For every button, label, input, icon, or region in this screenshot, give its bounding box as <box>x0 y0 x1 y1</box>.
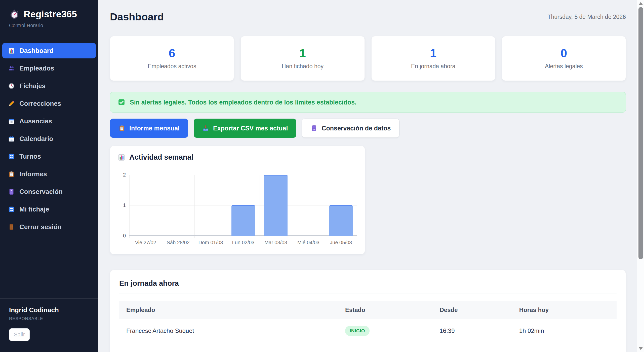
vertical-scrollbar[interactable] <box>637 0 644 352</box>
sidebar-item-label: Cerrar sesión <box>19 223 62 231</box>
stat-value: 1 <box>430 47 436 59</box>
bar-chart: 2 1 0 <box>118 175 357 236</box>
stat-label: Alertas legales <box>545 63 583 70</box>
x-tick: Jue 05/03 <box>325 240 357 245</box>
return-arrow-icon <box>8 206 15 213</box>
sidebar-item-fichajes[interactable]: Fichajes <box>2 78 96 94</box>
gridline <box>292 175 292 238</box>
sidebar-item-conservacion[interactable]: Conservación <box>2 184 96 199</box>
stat-label: Han fichado hoy <box>282 63 324 70</box>
gridline <box>227 175 227 238</box>
sidebar-item-label: Mi fichaje <box>19 205 49 213</box>
stat-value: 0 <box>560 47 567 59</box>
stat-card-han-fichado-hoy: 1 Han fichado hoy <box>240 36 365 81</box>
x-tick: Lun 02/03 <box>227 240 259 245</box>
check-icon <box>118 98 125 106</box>
calendar-icon <box>8 118 15 125</box>
cabinet-icon <box>8 188 15 195</box>
data-retention-button[interactable]: Conservación de datos <box>302 119 399 138</box>
stat-card-empleados-activos: 6 Empleados activos <box>110 36 234 81</box>
export-csv-button[interactable]: Exportar CSV mes actual <box>194 119 296 138</box>
y-tick: 2 <box>123 172 126 178</box>
sidebar-user-panel: Ingrid Codinach RESPONSABLE Salir <box>0 298 98 352</box>
sidebar-item-label: Dashboard <box>19 47 54 55</box>
cell-desde: 16:39 <box>433 319 512 343</box>
scroll-down-arrow-icon[interactable] <box>639 347 643 350</box>
main-header: Dashboard Thursday, 5 de March de 2026 <box>110 11 626 23</box>
sidebar-item-ausencias[interactable]: Ausencias <box>2 113 96 129</box>
monthly-report-button[interactable]: Informe mensual <box>110 119 188 138</box>
chart-plot-area <box>129 175 357 236</box>
clipboard-icon <box>8 171 15 178</box>
sidebar-item-informes[interactable]: Informes <box>2 166 96 182</box>
y-tick: 0 <box>123 233 126 239</box>
sidebar-header: Registre365 Control Horario <box>0 0 98 36</box>
sidebar-item-label: Ausencias <box>19 117 52 125</box>
scroll-up-arrow-icon[interactable] <box>639 2 643 5</box>
table-title: En jornada ahora <box>119 279 617 294</box>
sidebar-item-calendario[interactable]: Calendario <box>2 131 96 147</box>
gridline <box>129 175 357 175</box>
clock-icon <box>8 83 15 89</box>
people-icon <box>8 65 15 72</box>
stat-label: Empleados activos <box>148 63 196 70</box>
download-tray-icon <box>202 125 209 132</box>
user-name: Ingrid Codinach <box>9 306 89 314</box>
x-tick: Dom 01/03 <box>194 240 227 245</box>
gridline <box>357 175 357 238</box>
chart-y-axis: 2 1 0 <box>118 175 129 236</box>
sidebar-item-label: Empleados <box>19 64 54 72</box>
cell-horas: 1h 02min <box>512 319 617 343</box>
refresh-icon <box>8 153 15 160</box>
bar-chart-icon <box>118 154 125 161</box>
main-content: Dashboard Thursday, 5 de March de 2026 6… <box>98 0 644 352</box>
user-role: RESPONSABLE <box>9 316 89 321</box>
stat-card-en-jornada-ahora: 1 En jornada ahora <box>371 36 495 81</box>
sidebar-item-label: Conservación <box>19 188 63 196</box>
cell-empleado: Francesc Artacho Suquet <box>119 319 338 343</box>
bar-chart-icon <box>8 47 15 54</box>
sidebar-item-label: Calendario <box>19 135 53 143</box>
chart-title: Actividad semanal <box>129 153 193 161</box>
sidebar-item-turnos[interactable]: Turnos <box>2 149 96 164</box>
sidebar-item-dashboard[interactable]: Dashboard <box>2 43 96 58</box>
sidebar-item-label: Turnos <box>19 153 41 160</box>
x-tick: Mar 03/03 <box>260 240 292 245</box>
x-tick: Vie 27/02 <box>129 240 162 245</box>
y-tick: 1 <box>123 202 126 208</box>
gridline <box>129 175 130 238</box>
column-header-desde: Desde <box>433 301 512 319</box>
stat-label: En jornada ahora <box>411 63 455 70</box>
chart-bar <box>264 175 288 236</box>
page-title: Dashboard <box>110 11 164 23</box>
column-header-empleado: Empleado <box>119 301 338 319</box>
clipboard-icon <box>118 125 125 132</box>
stopwatch-icon <box>9 9 20 20</box>
scrollbar-thumb[interactable] <box>638 7 643 259</box>
sidebar-item-cerrar-sesion[interactable]: Cerrar sesión <box>2 219 96 235</box>
button-label: Exportar CSV mes actual <box>213 125 288 132</box>
chart-bar <box>329 205 353 236</box>
cell-estado: INICIO <box>338 319 433 343</box>
sidebar-item-label: Correcciones <box>19 100 61 108</box>
gridline <box>260 175 260 238</box>
button-label: Conservación de datos <box>321 125 391 132</box>
button-label: Informe mensual <box>129 125 180 132</box>
chart-header: Actividad semanal <box>118 153 357 167</box>
table-row: Francesc Artacho Suquet INICIO 16:39 1h … <box>119 319 617 343</box>
success-alert-banner: Sin alertas legales. Todos los empleados… <box>110 92 626 113</box>
action-buttons-row: Informe mensual Exportar CSV mes actual … <box>110 119 626 138</box>
sidebar-item-empleados[interactable]: Empleados <box>2 60 96 76</box>
x-tick: Mié 04/03 <box>292 240 325 245</box>
in-shift-card: En jornada ahora Empleado Estado Desde H… <box>110 270 626 352</box>
door-icon <box>8 224 15 230</box>
stat-cards-row: 6 Empleados activos 1 Han fichado hoy 1 … <box>110 36 626 81</box>
logout-button[interactable]: Salir <box>9 328 30 341</box>
sidebar-item-label: Informes <box>19 170 47 178</box>
stat-value: 6 <box>169 47 175 59</box>
app-title: Registre365 <box>24 9 77 20</box>
sidebar-item-mi-fichaje[interactable]: Mi fichaje <box>2 201 96 217</box>
sidebar-item-correcciones[interactable]: Correcciones <box>2 96 96 111</box>
sidebar-item-label: Fichajes <box>19 82 46 90</box>
chart-bar <box>231 205 255 236</box>
